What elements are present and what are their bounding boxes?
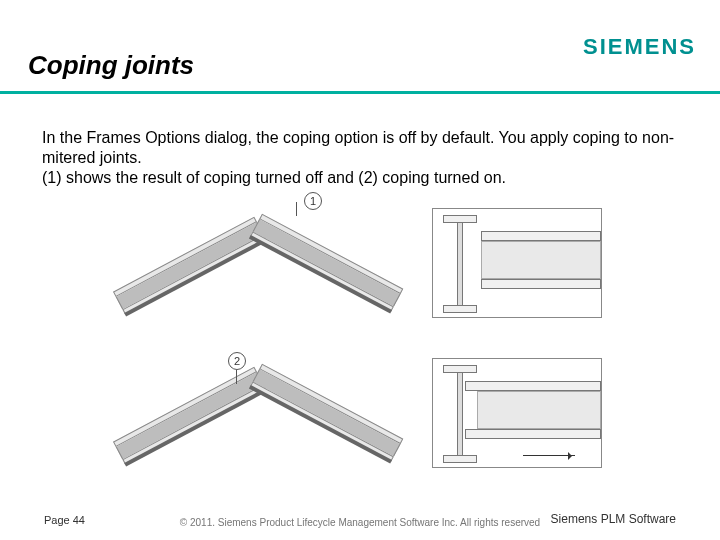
figure-area: 1 2 [0,200,720,480]
page-number: Page 44 [44,514,85,526]
slide-title: Coping joints [28,50,194,81]
section-panel-coping-off [432,208,602,318]
arrow-icon [523,455,575,456]
iso-joint-coping-off: 1 [120,200,380,330]
body-paragraph: In the Frames Options dialog, the coping… [42,128,678,188]
column-beam-icon [443,215,477,313]
footer: © 2011. Siemens Product Lifecycle Manage… [0,517,720,532]
iso-joint-coping-on: 2 [120,350,380,480]
cross-beam-icon [481,231,601,289]
cross-beam-coped-icon [477,381,601,439]
callout-1: 1 [304,192,322,210]
column-beam-icon [443,365,477,463]
section-panel-coping-on [432,358,602,468]
footer-brand: Siemens PLM Software [551,512,676,526]
slide: Coping joints SIEMENS In the Frames Opti… [0,0,720,540]
siemens-logo: SIEMENS [583,34,696,60]
callout-2: 2 [228,352,246,370]
